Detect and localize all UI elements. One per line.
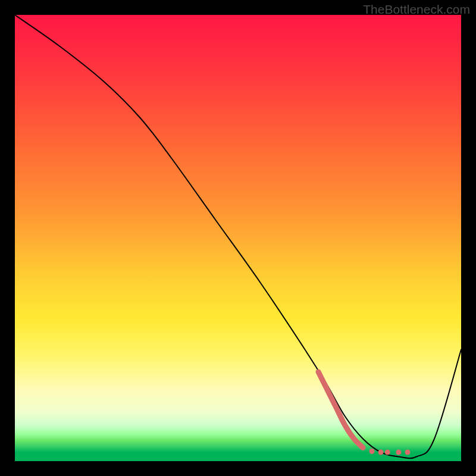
chart-container <box>15 15 461 461</box>
watermark-label: TheBottleneck.com <box>363 2 470 17</box>
highlight-dot <box>405 450 411 455</box>
highlight-dot <box>369 449 375 454</box>
highlight-dot <box>378 450 384 455</box>
gradient-background <box>15 15 461 461</box>
highlight-dot <box>396 450 402 455</box>
chart-svg <box>15 15 461 461</box>
highlight-dot <box>385 450 390 455</box>
